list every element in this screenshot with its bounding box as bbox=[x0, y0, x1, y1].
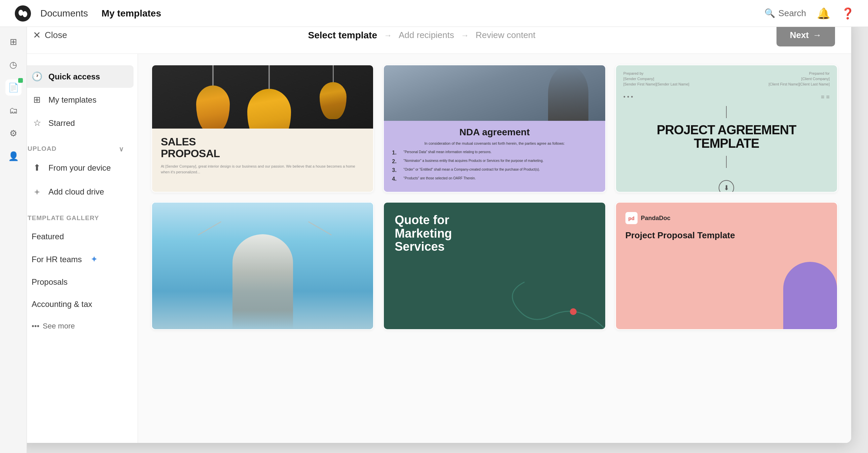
sales-proposal-subtitle: At [Sender Company], great interior desi… bbox=[161, 163, 364, 175]
pd-logo-box: pd bbox=[625, 212, 638, 224]
plus-cloud-icon: ＋ bbox=[32, 186, 42, 198]
template-gallery-text: TEMPLATE GALLERY bbox=[28, 214, 99, 221]
green-badge bbox=[18, 78, 23, 83]
download-button[interactable]: ⬇ bbox=[719, 180, 734, 192]
nav-my-templates[interactable]: My templates bbox=[102, 8, 161, 19]
next-button[interactable]: Next → bbox=[776, 24, 835, 47]
top-nav: Documents My templates 🔍 Search 🔔 ❓ bbox=[0, 0, 868, 27]
docs-sidebar-icon[interactable]: 📄 bbox=[5, 80, 22, 96]
project-bottom-line bbox=[726, 156, 727, 168]
template-card-marketing[interactable]: Quote forMarketingServices bbox=[383, 202, 606, 330]
logo[interactable] bbox=[13, 4, 32, 23]
next-label: Next bbox=[790, 30, 809, 40]
nav-from-device[interactable]: ⬆ From your device bbox=[21, 156, 133, 179]
template-card-pandadoc[interactable]: pd PandaDoc Project Proposal Template bbox=[615, 202, 838, 330]
close-button[interactable]: ✕ Close bbox=[33, 30, 67, 41]
wizard-step-2: Add recipients bbox=[399, 30, 454, 40]
modal: ✕ Close Select template → Add recipients… bbox=[17, 17, 851, 443]
nda-item-1: 1. "Personal Data" shall mean informatio… bbox=[392, 150, 597, 156]
project-agreement-title: PROJECT AGREEMENT TEMPLATE bbox=[623, 123, 830, 150]
pandadoc-left: pd PandaDoc Project Proposal Template bbox=[625, 212, 767, 320]
template-card-nda[interactable]: NDA agreement In consideration of the mu… bbox=[383, 65, 606, 192]
modal-body: 🕐 Quick access ⊞ My templates ☆ Starred … bbox=[17, 54, 851, 443]
upload-chevron-icon[interactable]: ∨ bbox=[119, 145, 124, 153]
project-decorators: • • • = = bbox=[616, 89, 837, 103]
upload-title-text: UPLOAD bbox=[28, 145, 57, 152]
template-card-woman-photo[interactable] bbox=[151, 202, 374, 330]
project-top-line bbox=[726, 106, 727, 118]
settings-sidebar-icon[interactable]: ⚙ bbox=[5, 125, 22, 141]
nda-items-list: 1. "Personal Data" shall mean informatio… bbox=[392, 150, 597, 182]
close-label: Close bbox=[45, 30, 67, 40]
pandadoc-card-bg: pd PandaDoc Project Proposal Template bbox=[616, 203, 837, 329]
template-card-sales-proposal[interactable]: SALESPROPOSAL At [Sender Company], great… bbox=[151, 65, 374, 192]
home-sidebar-icon[interactable]: ⊞ bbox=[5, 34, 22, 50]
template-sidebar-icon[interactable]: 🗂 bbox=[5, 102, 22, 118]
template-card-project-agreement[interactable]: Prepared by [Sender Company] [Sender Fir… bbox=[615, 65, 838, 192]
wizard-step-3: Review content bbox=[476, 30, 536, 40]
nda-item-1-text: "Personal Data" shall mean information r… bbox=[403, 150, 492, 154]
far-left-sidebar: ⊞ ◷ 📄 🗂 ⚙ 👤 bbox=[0, 27, 27, 453]
nda-content: NDA agreement In consideration of the mu… bbox=[384, 121, 605, 192]
nav-starred[interactable]: ☆ Starred bbox=[21, 112, 133, 134]
see-more-button[interactable]: ••• See more bbox=[21, 316, 133, 337]
search-button[interactable]: 🔍 Search bbox=[764, 8, 806, 19]
template-gallery-title: TEMPLATE GALLERY bbox=[17, 206, 137, 225]
nda-item-2-text: "Nominator" a business entity that acqui… bbox=[403, 158, 543, 163]
nav-documents[interactable]: Documents bbox=[40, 8, 88, 19]
nav-quick-access[interactable]: 🕐 Quick access bbox=[21, 65, 133, 88]
starred-label: Starred bbox=[49, 118, 75, 128]
nav-accounting-tax[interactable]: Accounting & tax bbox=[21, 294, 133, 315]
marketing-title: Quote forMarketingServices bbox=[395, 213, 594, 253]
marketing-curve-svg bbox=[511, 262, 605, 329]
close-icon: ✕ bbox=[33, 30, 41, 41]
top-nav-right: 🔍 Search 🔔 ❓ bbox=[764, 7, 855, 20]
for-hr-label: For HR teams bbox=[32, 255, 82, 264]
pandadoc-proposal-title: Project Proposal Template bbox=[625, 230, 767, 241]
from-device-label: From your device bbox=[49, 163, 111, 173]
star-icon: ☆ bbox=[32, 118, 42, 128]
purple-arch bbox=[783, 262, 837, 329]
sales-proposal-title: SALESPROPOSAL bbox=[161, 136, 364, 159]
see-more-dots-icon: ••• bbox=[32, 322, 39, 331]
my-templates-icon: ⊞ bbox=[32, 95, 42, 105]
nav-proposals[interactable]: Proposals bbox=[21, 271, 133, 293]
nav-add-cloud[interactable]: ＋ Add cloud drive bbox=[21, 180, 133, 204]
template-gallery-section: TEMPLATE GALLERY Featured For HR teams ✦… bbox=[17, 206, 137, 337]
see-more-label: See more bbox=[43, 322, 75, 331]
project-footer: ⬇ bbox=[616, 177, 837, 192]
sales-proposal-text-area: SALESPROPOSAL At [Sender Company], great… bbox=[152, 128, 373, 192]
proposals-label: Proposals bbox=[32, 277, 68, 287]
nda-item-4: 4. "Products" are those selected on OARF… bbox=[392, 176, 597, 182]
my-templates-label: My templates bbox=[49, 95, 97, 105]
svg-point-3 bbox=[570, 308, 577, 315]
wizard-steps: Select template → Add recipients → Revie… bbox=[83, 30, 760, 41]
next-arrow-icon: → bbox=[813, 30, 822, 40]
nav-my-templates-item[interactable]: ⊞ My templates bbox=[21, 89, 133, 111]
bell-icon[interactable]: 🔔 bbox=[817, 7, 830, 20]
quick-access-icon: 🕐 bbox=[32, 71, 42, 82]
wizard-arrow-2: → bbox=[461, 31, 469, 40]
project-title-container: PROJECT AGREEMENT TEMPLATE bbox=[616, 103, 837, 177]
upload-section-title: UPLOAD ∨ bbox=[17, 137, 137, 156]
nda-item-3-text: "Order" or "Entitled" shall mean a Compa… bbox=[403, 167, 540, 172]
new-badge-icon: ✦ bbox=[91, 254, 98, 265]
lamp-image-area bbox=[152, 65, 373, 131]
upload-icon: ⬆ bbox=[32, 162, 42, 173]
nda-item-2: 2. "Nominator" a business entity that ac… bbox=[392, 158, 597, 164]
quick-access-label: Quick access bbox=[49, 72, 100, 82]
help-icon[interactable]: ❓ bbox=[841, 7, 855, 20]
featured-label: Featured bbox=[32, 232, 64, 241]
nav-featured[interactable]: Featured bbox=[21, 226, 133, 247]
user-sidebar-icon[interactable]: 👤 bbox=[5, 148, 22, 164]
accounting-tax-label: Accounting & tax bbox=[32, 300, 92, 309]
nav-for-hr-teams[interactable]: For HR teams ✦ bbox=[21, 248, 133, 271]
svg-point-1 bbox=[19, 10, 23, 16]
marketing-card-bg: Quote forMarketingServices bbox=[384, 203, 605, 329]
person-silhouette bbox=[232, 234, 293, 329]
template-grid: SALESPROPOSAL At [Sender Company], great… bbox=[151, 65, 838, 330]
wizard-arrow-1: → bbox=[384, 31, 392, 40]
search-icon: 🔍 bbox=[764, 8, 775, 19]
add-cloud-label: Add cloud drive bbox=[49, 187, 104, 197]
clock-sidebar-icon[interactable]: ◷ bbox=[5, 57, 22, 73]
